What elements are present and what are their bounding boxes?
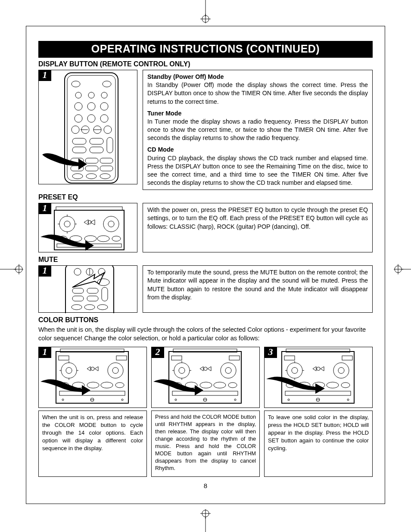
- svg-point-29: [72, 126, 79, 134]
- svg-point-47: [86, 174, 97, 179]
- svg-point-93: [62, 399, 64, 401]
- svg-rect-68: [72, 288, 84, 293]
- section-heading-color: COLOR BUTTONS: [38, 316, 373, 324]
- svg-point-83: [112, 367, 118, 373]
- color-step-3-text: To leave one solid color in the display,…: [264, 411, 373, 477]
- stereo-device-icon: [152, 347, 255, 408]
- crop-mark-top: [197, 0, 214, 23]
- svg-rect-16: [65, 73, 118, 183]
- svg-point-112: [175, 399, 177, 401]
- stereo-device-icon: [265, 347, 368, 408]
- svg-point-21: [88, 92, 94, 98]
- svg-rect-35: [72, 138, 86, 144]
- svg-point-107: [214, 382, 226, 388]
- illustration-device-color-3: 3: [264, 347, 373, 408]
- svg-rect-71: [72, 296, 84, 301]
- svg-rect-49: [56, 207, 122, 210]
- svg-rect-97: [171, 356, 182, 360]
- svg-point-100: [179, 367, 185, 373]
- svg-rect-45: [100, 166, 113, 171]
- svg-point-46: [72, 174, 83, 179]
- step-badge: 1: [38, 265, 51, 277]
- svg-point-126: [327, 382, 339, 388]
- mode-body-standby: In Standby (Power Off) mode the display …: [147, 81, 368, 106]
- svg-point-67: [97, 279, 109, 286]
- illustration-device-eq: 1: [38, 203, 137, 252]
- mute-body: To temporarily mute the sound, press the…: [147, 268, 368, 302]
- svg-rect-79: [116, 356, 127, 360]
- svg-point-87: [87, 382, 99, 388]
- svg-rect-69: [87, 288, 98, 293]
- svg-rect-41: [85, 158, 98, 163]
- section-heading-mute: MUTE: [38, 256, 373, 264]
- svg-point-63: [74, 268, 81, 275]
- svg-point-26: [75, 115, 82, 122]
- svg-point-119: [292, 367, 298, 373]
- svg-point-132: [347, 399, 349, 401]
- svg-point-23: [75, 103, 82, 110]
- svg-point-121: [338, 367, 344, 373]
- illustration-remote-display: 1: [38, 70, 137, 184]
- eq-text-box: With the power on, press the PRESET EQ b…: [143, 203, 373, 252]
- remote-control-icon: [39, 70, 138, 185]
- svg-point-103: [204, 367, 207, 370]
- svg-point-113: [234, 399, 236, 401]
- svg-point-28: [100, 115, 108, 122]
- svg-point-88: [101, 382, 113, 388]
- svg-point-122: [317, 367, 320, 370]
- svg-point-18: [72, 81, 80, 87]
- page-frame: OPERATING INSTRUCTIONS (CONTINUED) DISPL…: [26, 26, 385, 504]
- svg-point-84: [91, 367, 94, 370]
- display-text-box: Standby (Power Off) Mode In Standby (Pow…: [143, 70, 373, 190]
- svg-point-131: [288, 399, 290, 401]
- color-intro: When the unit is on, the display will cy…: [38, 326, 373, 342]
- svg-point-22: [101, 92, 107, 98]
- mute-text-box: To temporarily mute the sound, press the…: [143, 265, 373, 313]
- stereo-device-icon: [39, 347, 142, 408]
- svg-point-101: [221, 363, 236, 378]
- step-badge: 2: [151, 347, 164, 358]
- step-badge: 1: [38, 203, 51, 214]
- svg-rect-117: [342, 356, 352, 360]
- step-badge: 1: [38, 347, 51, 358]
- svg-point-54: [108, 221, 114, 227]
- svg-rect-36: [90, 138, 103, 144]
- svg-rect-39: [90, 147, 103, 153]
- svg-point-20: [75, 92, 81, 98]
- svg-point-127: [341, 383, 350, 388]
- page-number: 8: [38, 482, 373, 489]
- svg-point-52: [64, 221, 70, 227]
- svg-rect-109: [172, 391, 238, 395]
- svg-rect-42: [100, 158, 113, 163]
- mode-body-tuner: In Tuner mode the display shows a radio …: [147, 118, 368, 143]
- illustration-remote-mute: 1: [38, 265, 137, 313]
- svg-rect-116: [284, 356, 295, 360]
- svg-point-73: [72, 305, 82, 310]
- stereo-device-icon: [39, 203, 138, 253]
- eq-body: With the power on, press the PRESET EQ b…: [147, 206, 368, 231]
- svg-rect-44: [85, 166, 98, 171]
- svg-rect-70: [102, 287, 108, 301]
- svg-rect-72: [87, 296, 98, 301]
- svg-point-108: [228, 383, 237, 388]
- svg-point-19: [103, 81, 111, 87]
- remote-control-partial-icon: [39, 266, 138, 313]
- svg-point-74: [84, 305, 95, 310]
- svg-rect-90: [59, 391, 125, 395]
- svg-point-51: [59, 216, 75, 232]
- svg-point-89: [115, 383, 124, 388]
- mode-title-cd: CD Mode: [147, 146, 368, 154]
- svg-point-94: [121, 399, 123, 401]
- svg-rect-37: [107, 137, 113, 153]
- svg-point-24: [87, 103, 95, 110]
- mode-body-cd: During CD playback, the display shows th…: [147, 154, 368, 187]
- step-badge: 1: [38, 70, 51, 81]
- svg-point-118: [287, 363, 302, 378]
- svg-point-120: [333, 363, 349, 378]
- color-step-1-text: When the unit is on, press and release t…: [38, 411, 147, 477]
- svg-point-99: [174, 363, 190, 378]
- svg-point-80: [61, 363, 77, 378]
- illustration-device-color-1: 1: [38, 347, 147, 408]
- svg-point-27: [87, 115, 95, 122]
- step-badge: 3: [264, 347, 277, 358]
